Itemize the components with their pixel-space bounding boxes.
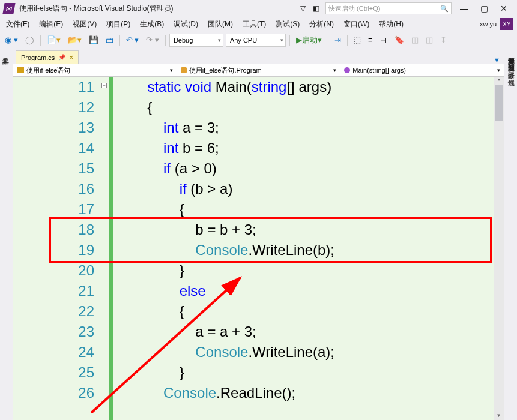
user-name[interactable]: xw yu — [480, 20, 497, 28]
method-icon — [344, 67, 350, 73]
menu-project[interactable]: 项目(P) — [103, 18, 134, 31]
code-line[interactable]: Console.ReadLine(); — [113, 383, 504, 403]
line-number: 19 — [13, 240, 100, 260]
user-avatar[interactable]: XY — [500, 18, 513, 30]
class-icon — [181, 67, 187, 73]
code-line[interactable]: { — [113, 199, 504, 220]
namespace-dropdown[interactable]: 使用if-else语句 ▾ — [13, 64, 177, 76]
vertical-scrollbar[interactable]: ▲ ▼ — [494, 77, 504, 420]
notifications-icon[interactable]: ▽ — [297, 2, 309, 15]
code-line[interactable]: a = a + 3; — [113, 322, 504, 342]
maximize-button[interactable]: ▢ — [474, 1, 494, 16]
code-line[interactable]: int a = 3; — [113, 118, 504, 138]
line-number: 15 — [13, 158, 100, 179]
line-number: 18 — [13, 220, 100, 240]
separator — [289, 35, 290, 46]
menu-analyze[interactable]: 分析(N) — [306, 18, 337, 31]
class-dropdown[interactable]: 使用if_else语句.Program ▾ — [177, 64, 341, 76]
minimize-button[interactable]: — — [454, 1, 474, 16]
code-line[interactable]: { — [113, 97, 504, 118]
bookmark-btn[interactable]: 🔖 — [392, 34, 407, 46]
code-line[interactable]: } — [113, 362, 504, 383]
code-line[interactable]: Console.WriteLine(a); — [113, 342, 504, 362]
main-area: 工具箱 Program.cs 📌 × ▼ 使用if-else语句 ▾ 使用if_… — [0, 49, 517, 420]
config-combo[interactable]: Debug — [169, 34, 223, 47]
outline-column[interactable]: − — [100, 77, 109, 420]
side-panel-tab[interactable]: 团队资源管理器 — [504, 56, 517, 64]
code-line[interactable]: Console.WriteLine(b); — [113, 240, 504, 260]
save-all-button[interactable]: 🗃 — [103, 34, 116, 46]
left-sidebar: 工具箱 — [0, 49, 13, 420]
line-number: 23 — [13, 322, 100, 342]
save-button[interactable]: 💾 — [86, 34, 101, 46]
close-button[interactable]: ✕ — [494, 1, 513, 16]
comment-btn[interactable]: ≡ — [366, 34, 375, 46]
code-line[interactable]: else — [113, 281, 504, 301]
line-number: 11 — [13, 77, 100, 97]
uncomment-btn[interactable]: ⫤ — [377, 34, 390, 46]
tb-btn-c[interactable]: ↧ — [438, 34, 449, 46]
line-number-gutter: 11121314151617181920212223242526 — [13, 77, 100, 420]
new-project-button[interactable]: 📄▾ — [44, 34, 63, 46]
code-line[interactable]: } — [113, 260, 504, 281]
redo-button[interactable]: ↷ ▾ — [144, 34, 162, 46]
code-text[interactable]: static void Main(string[] args) { int a … — [113, 77, 504, 420]
line-number: 17 — [13, 199, 100, 220]
menu-view[interactable]: 视图(V) — [69, 18, 100, 31]
scroll-down-icon[interactable]: ▼ — [494, 412, 504, 420]
code-line[interactable]: int b = 6; — [113, 138, 504, 158]
nav-fwd-button[interactable]: ◯ — [23, 34, 37, 46]
member-dropdown[interactable]: Main(string[] args) ▾ — [340, 64, 504, 76]
line-number: 24 — [13, 342, 100, 362]
code-line[interactable]: if (a > 0) — [113, 158, 504, 179]
tab-program-cs[interactable]: Program.cs 📌 × — [16, 50, 79, 64]
document-tabs: Program.cs 📌 × ▼ — [13, 49, 504, 64]
code-line[interactable]: b = b + 3; — [113, 220, 504, 240]
split-handle[interactable]: ▾ — [494, 77, 504, 83]
tb-btn-a[interactable]: ◫ — [409, 34, 421, 46]
quick-launch-placeholder: 快速启动 (Ctrl+Q) — [328, 4, 380, 13]
side-panel-tab[interactable]: 属性 — [504, 71, 517, 78]
indent-btn[interactable]: ⬚ — [351, 34, 363, 46]
side-panel-tab[interactable]: 解决方案资源管理器 — [504, 49, 517, 56]
open-file-button[interactable]: 📂▾ — [65, 34, 84, 46]
separator — [328, 35, 328, 46]
toolbox-tab[interactable]: 工具箱 — [0, 49, 11, 56]
chevron-down-icon: ▾ — [497, 67, 500, 73]
line-number: 12 — [13, 97, 100, 118]
code-line[interactable]: { — [113, 301, 504, 322]
tool-bar: ◉ ▾ ◯ 📄▾ 📂▾ 💾 🗃 ↶ ▾ ↷ ▾ Debug Any CPU ▶ … — [0, 31, 517, 49]
active-files-dropdown[interactable]: ▼ — [494, 56, 504, 64]
close-icon[interactable]: × — [69, 53, 73, 62]
start-debug-button[interactable]: ▶ 启动 ▾ — [294, 34, 324, 47]
menu-help[interactable]: 帮助(H) — [375, 18, 407, 31]
quick-launch-input[interactable]: 快速启动 (Ctrl+Q) 🔍 — [325, 2, 452, 14]
step-button-1[interactable]: ⇥ — [332, 34, 343, 46]
menu-edit[interactable]: 编辑(E) — [35, 18, 67, 31]
menu-file[interactable]: 文件(F) — [2, 18, 33, 31]
menu-debug[interactable]: 调试(D) — [170, 18, 202, 31]
tab-label: Program.cs — [21, 54, 55, 61]
nav-back-button[interactable]: ◉ ▾ — [2, 34, 20, 46]
menu-test[interactable]: 测试(S) — [272, 18, 303, 31]
scrollbar-thumb[interactable] — [495, 85, 503, 121]
editor-zone: Program.cs 📌 × ▼ 使用if-else语句 ▾ 使用if_else… — [13, 49, 504, 420]
code-line[interactable]: if (b > a) — [113, 179, 504, 199]
menu-window[interactable]: 窗口(W) — [340, 18, 373, 31]
line-number: 14 — [13, 138, 100, 158]
undo-button[interactable]: ↶ ▾ — [124, 34, 142, 46]
menu-team[interactable]: 团队(M) — [204, 18, 237, 31]
namespace-icon — [17, 67, 24, 73]
menu-tools[interactable]: 工具(T) — [239, 18, 270, 31]
nav-bar: 使用if-else语句 ▾ 使用if_else语句.Program ▾ Main… — [13, 64, 504, 77]
feedback-icon[interactable]: ◧ — [309, 2, 323, 15]
code-line[interactable]: static void Main(string[] args) — [113, 77, 504, 97]
tb-btn-b[interactable]: ◫ — [423, 34, 435, 46]
collapse-icon[interactable]: − — [101, 83, 107, 88]
platform-combo[interactable]: Any CPU — [226, 34, 286, 47]
line-number: 13 — [13, 118, 100, 138]
menu-build[interactable]: 生成(B) — [136, 18, 168, 31]
side-panel-tab[interactable]: 诊断工具 — [504, 64, 517, 71]
pin-icon[interactable]: 📌 — [58, 54, 65, 61]
code-editor[interactable]: ▾ 11121314151617181920212223242526 − sta… — [13, 77, 504, 420]
